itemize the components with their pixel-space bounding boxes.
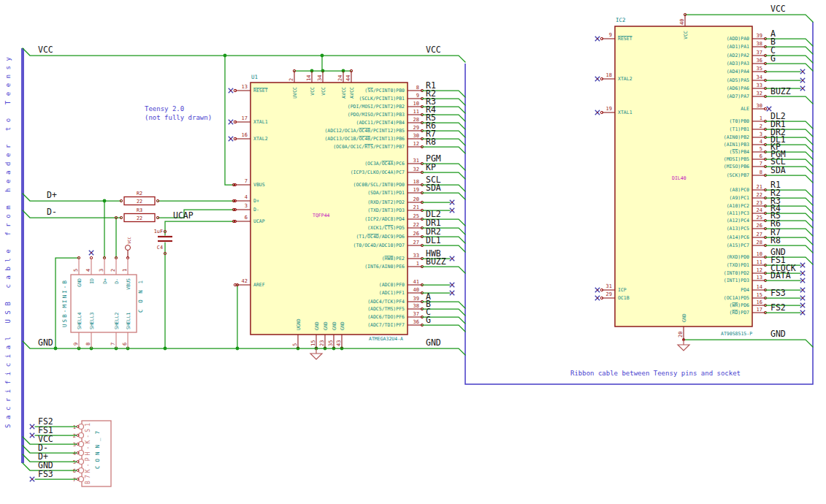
no-connect-icon xyxy=(31,435,33,436)
wire xyxy=(23,446,77,453)
teensy-note-line1: Teensy 2.0 xyxy=(145,105,184,112)
no-connect-icon xyxy=(802,289,803,291)
pin-name: (A14)PC6 xyxy=(727,234,749,240)
pin-name: D+ xyxy=(102,278,108,284)
wire xyxy=(765,96,813,104)
pin-name: (RD)PD7 xyxy=(730,310,749,316)
pin-number: 22 xyxy=(757,192,762,198)
pin-number: 20 xyxy=(678,332,684,337)
junction-dot xyxy=(103,199,107,203)
pin-name: RESET xyxy=(618,36,632,42)
junction-dot xyxy=(223,54,227,58)
no-connect-icon xyxy=(802,80,803,81)
pin-number: 28 xyxy=(413,117,419,123)
wire xyxy=(765,64,813,71)
pin-name: (ADC1)PF1 xyxy=(379,290,405,296)
pin-name: D+ xyxy=(253,198,259,204)
pin-number: 40 xyxy=(679,19,685,25)
pin-number: 9 xyxy=(416,93,419,99)
pin-name: XTAL1 xyxy=(253,119,268,125)
pin-name: (AD4)PA4 xyxy=(727,69,749,75)
pin-number: 35 xyxy=(757,66,762,72)
pin-name: GND xyxy=(332,321,337,330)
pin-number: 35 xyxy=(328,340,334,346)
wire xyxy=(422,325,465,332)
pin-name: (T0)PB0 xyxy=(730,118,749,124)
no-connect-icon xyxy=(230,138,232,140)
pin-number: 19 xyxy=(606,106,612,112)
no-connect-icon xyxy=(91,252,92,253)
pin-name: XTAL2 xyxy=(253,136,268,142)
net-label-SDA: SDA xyxy=(426,183,441,193)
net-label-BUZZ: BUZZ xyxy=(426,256,446,267)
pin-name: (AD7)PA7 xyxy=(727,93,749,99)
pin-name: (TXD)PD1 xyxy=(727,262,749,268)
no-connect-icon xyxy=(451,258,453,259)
U1-value: TQFP44 xyxy=(313,213,330,218)
pin-number: 3 xyxy=(245,203,248,209)
cable-note: Sacrificial USB cable from header to Tee… xyxy=(4,56,12,428)
pin-name: (A15)PC7 xyxy=(727,243,749,248)
no-connect-icon xyxy=(451,284,453,286)
net-label-FS3: FS3 xyxy=(38,469,53,479)
pin-number: 42 xyxy=(242,278,248,284)
pin-name: (AD1)PA1 xyxy=(727,44,749,50)
connector-pad xyxy=(79,468,84,473)
pin-number: 30 xyxy=(757,103,762,109)
net-label-UCAP: UCAP xyxy=(173,210,194,221)
pin-number: 7 xyxy=(110,343,116,345)
net-label-FS2: FS2 xyxy=(770,302,786,313)
pin-number: 26 xyxy=(757,223,762,229)
pin-name: (AIN1)PB3 xyxy=(724,142,749,148)
connector-pad xyxy=(79,477,84,482)
pin-number: 1 xyxy=(122,269,128,272)
teensy-note-line2: (not fully drawn) xyxy=(145,114,212,121)
pin-name: ICP xyxy=(618,287,627,293)
net-label-GND: GND xyxy=(38,337,53,348)
pin-number: 26 xyxy=(413,231,419,237)
wire xyxy=(422,147,465,153)
pin-name: ALE xyxy=(741,106,749,112)
pin-number: 25 xyxy=(757,215,762,221)
vcc-flag-label: VCC xyxy=(127,237,131,244)
pin-name: UGND xyxy=(296,318,302,330)
net-label-D-: D- xyxy=(47,207,57,217)
pin-name: (A12)PC4 xyxy=(727,218,749,224)
pin-number: 4 xyxy=(245,194,248,200)
no-connect-icon xyxy=(597,112,598,113)
pin-number: 15 xyxy=(310,340,316,346)
pin-name: (ADC6/TDO)PF6 xyxy=(367,314,405,320)
pin-number: 1 xyxy=(760,115,762,121)
wire xyxy=(158,210,234,218)
pin-name: ID xyxy=(89,278,95,284)
wire xyxy=(422,267,465,273)
no-connect-icon xyxy=(802,272,803,274)
no-connect-icon xyxy=(597,78,598,80)
pin-number: 12 xyxy=(757,267,762,273)
pin-name: (ICP2/ADC8)PD4 xyxy=(364,216,405,222)
pin-name: (AD6)PA6 xyxy=(727,85,749,91)
pin-name: XTAL1 xyxy=(618,110,632,115)
pin-number: 30 xyxy=(413,133,419,139)
pin-name: (RXD)PD0 xyxy=(727,254,749,260)
pin-number: 25 xyxy=(413,213,419,219)
no-connect-icon xyxy=(451,202,453,203)
pin-number: 21 xyxy=(413,205,419,210)
pin-name: (SDA/INT1)PD1 xyxy=(367,190,405,196)
R2-value: 22 xyxy=(137,199,142,205)
pin-name: (OC0A/OC1C/RTS/PCINT7)PB7 xyxy=(333,144,405,150)
pin-name: (SS)PB4 xyxy=(730,149,749,155)
net-label-GND: GND xyxy=(426,337,441,348)
IC2-value: DIL40 xyxy=(672,175,687,181)
conn7-value: B7K-PH-K-S1 xyxy=(85,423,91,484)
pin-number: 10 xyxy=(757,251,762,257)
pin-number: 16 xyxy=(757,299,762,305)
pin-number: 24 xyxy=(337,75,343,81)
no-connect-icon xyxy=(802,297,803,299)
pin-number: 4 xyxy=(85,269,91,272)
pin-name: (WR)PD6 xyxy=(730,302,749,308)
pin-name: VCC xyxy=(310,87,316,96)
net-label-KP: KP xyxy=(426,162,436,172)
no-connect-icon xyxy=(802,264,803,266)
pin-number: 12 xyxy=(413,141,419,147)
